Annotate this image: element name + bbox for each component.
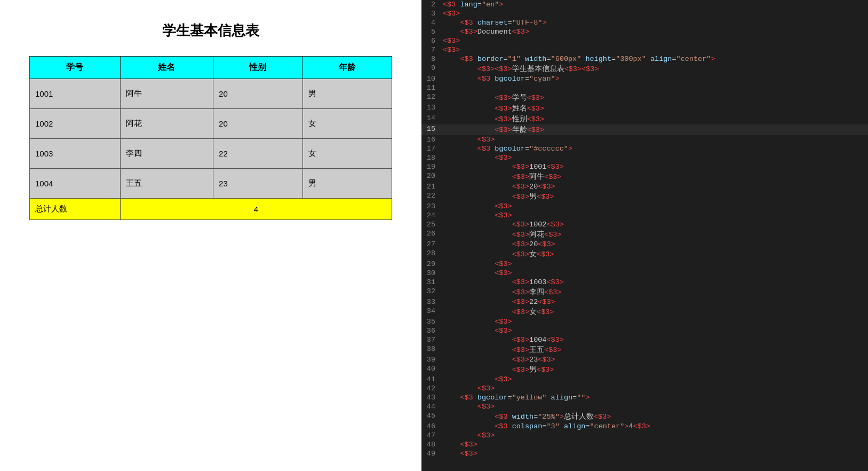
line-content: <$3>23<$3> <box>441 355 868 364</box>
code-line: 43 <$3 bgcolor="yellow" align=""> <box>421 393 868 402</box>
line-content: <$3 bgcolor="cyan"> <box>441 74 868 83</box>
line-content: <$3> <box>441 440 868 449</box>
line-content: <$3 lang="en"> <box>441 0 868 9</box>
line-number: 10 <box>421 74 441 83</box>
code-editor: 2<$3 lang="en">3<$3>4 <$3 charset="UTF-8… <box>421 0 868 471</box>
table-row: 1004王五23男 <box>30 169 392 199</box>
line-content: <$3> <box>441 326 868 335</box>
line-content: <$3> <box>441 202 868 211</box>
line-content: <$3>20<$3> <box>441 182 868 191</box>
line-number: 28 <box>421 249 441 260</box>
table-cell: 20 <box>213 79 302 109</box>
code-line: 35 <$3> <box>421 317 868 326</box>
code-line: 29 <$3> <box>421 260 868 269</box>
line-number: 37 <box>421 335 441 344</box>
line-number: 21 <box>421 182 441 191</box>
code-line: 5 <$3>Document<$3> <box>421 27 868 36</box>
line-content: <$3>1002<$3> <box>441 220 868 229</box>
code-line: 27 <$3>20<$3> <box>421 240 868 249</box>
footer-value: 4 <box>120 199 392 220</box>
line-content: <$3>20<$3> <box>441 240 868 249</box>
line-number: 29 <box>421 260 441 269</box>
line-content: <$3 width="25%">总计人数<$3> <box>441 411 868 422</box>
line-content: <$3 colspan="3" align="center">4<$3> <box>441 422 868 431</box>
line-number: 8 <box>421 54 441 64</box>
code-line: 39 <$3>23<$3> <box>421 355 868 364</box>
line-content: <$3> <box>441 9 868 18</box>
line-content: <$3 charset="UTF-8"> <box>441 18 868 27</box>
table-body: 1001阿牛20男1002阿花20女1003李四22女1004王五23男 <box>30 79 392 199</box>
code-line: 19 <$3>1001<$3> <box>421 162 868 171</box>
line-number: 47 <box>421 431 441 440</box>
table-row: 1003李四22女 <box>30 139 392 169</box>
line-number: 46 <box>421 422 441 431</box>
page-title: 学生基本信息表 <box>162 21 259 40</box>
line-content: <$3>李四<$3> <box>441 287 868 297</box>
line-content: <$3 bgcolor="#cccccc"> <box>441 144 868 153</box>
table-cell: 20 <box>213 109 302 139</box>
student-table: 学生基本信息表 学号姓名性别年龄 1001阿牛20男1002阿花20女1003李… <box>29 56 392 220</box>
code-line: 23 <$3> <box>421 202 868 211</box>
line-content: <$3>1004<$3> <box>441 335 868 344</box>
code-line: 10 <$3 bgcolor="cyan"> <box>421 74 868 83</box>
table-cell: 1001 <box>30 79 121 109</box>
line-content: <$3 border="1" width="600px" height="300… <box>441 54 868 64</box>
code-line: 7<$3> <box>421 45 868 54</box>
line-content: <$3>1001<$3> <box>441 162 868 171</box>
line-number: 30 <box>421 269 441 278</box>
line-content: <$3> <box>441 260 868 269</box>
code-line: 26 <$3>阿花<$3> <box>421 229 868 240</box>
line-number: 42 <box>421 384 441 393</box>
line-content: <$3>22<$3> <box>441 297 868 307</box>
line-content: <$3>女<$3> <box>441 307 868 317</box>
table-cell: 22 <box>213 139 302 169</box>
code-line: 46 <$3 colspan="3" align="center">4<$3> <box>421 422 868 431</box>
left-panel: 学生基本信息表 学生基本信息表 学号姓名性别年龄 1001阿牛20男1002阿花… <box>0 0 421 471</box>
line-content: <$3> <box>441 45 868 54</box>
code-line: 36 <$3> <box>421 326 868 335</box>
line-number: 24 <box>421 211 441 220</box>
table-cell: 男 <box>302 169 392 199</box>
line-content: <$3>男<$3> <box>441 364 868 375</box>
table-cell: 阿牛 <box>120 79 213 109</box>
table-header-cell: 性别 <box>213 57 302 79</box>
code-line: 34 <$3>女<$3> <box>421 307 868 317</box>
code-line: 14 <$3>性别<$3> <box>421 114 868 124</box>
code-line: 31 <$3>1003<$3> <box>421 278 868 287</box>
line-number: 38 <box>421 344 441 355</box>
line-number: 45 <box>421 411 441 422</box>
line-number: 17 <box>421 144 441 153</box>
table-cell: 女 <box>302 109 392 139</box>
line-content: <$3>姓名<$3> <box>441 103 868 114</box>
table-header-cell: 学号 <box>30 57 121 79</box>
line-content: <$3>年龄<$3> <box>441 124 868 135</box>
line-number: 48 <box>421 440 441 449</box>
table-cell: 女 <box>302 139 392 169</box>
line-number: 18 <box>421 153 441 162</box>
line-number: 4 <box>421 18 441 27</box>
line-number: 35 <box>421 317 441 326</box>
line-number: 14 <box>421 114 441 124</box>
code-line: 12 <$3>学号<$3> <box>421 92 868 103</box>
line-number: 12 <box>421 92 441 103</box>
table-cell: 李四 <box>120 139 213 169</box>
line-number: 43 <box>421 393 441 402</box>
line-content: <$3 bgcolor="yellow" align=""> <box>441 393 868 402</box>
table-row: 1001阿牛20男 <box>30 79 392 109</box>
line-content: <$3> <box>441 384 868 393</box>
line-content: <$3> <box>441 402 868 411</box>
code-line: 4 <$3 charset="UTF-8"> <box>421 18 868 27</box>
line-content: <$3> <box>441 153 868 162</box>
line-content: <$3> <box>441 431 868 440</box>
line-number: 26 <box>421 229 441 240</box>
line-number: 19 <box>421 162 441 171</box>
line-number: 39 <box>421 355 441 364</box>
code-line: 2<$3 lang="en"> <box>421 0 868 9</box>
line-number: 40 <box>421 364 441 375</box>
line-number: 9 <box>421 64 441 74</box>
table-cell: 1004 <box>30 169 121 199</box>
line-number: 22 <box>421 191 441 202</box>
code-line: 21 <$3>20<$3> <box>421 182 868 191</box>
line-number: 6 <box>421 36 441 45</box>
code-line: 48 <$3> <box>421 440 868 449</box>
